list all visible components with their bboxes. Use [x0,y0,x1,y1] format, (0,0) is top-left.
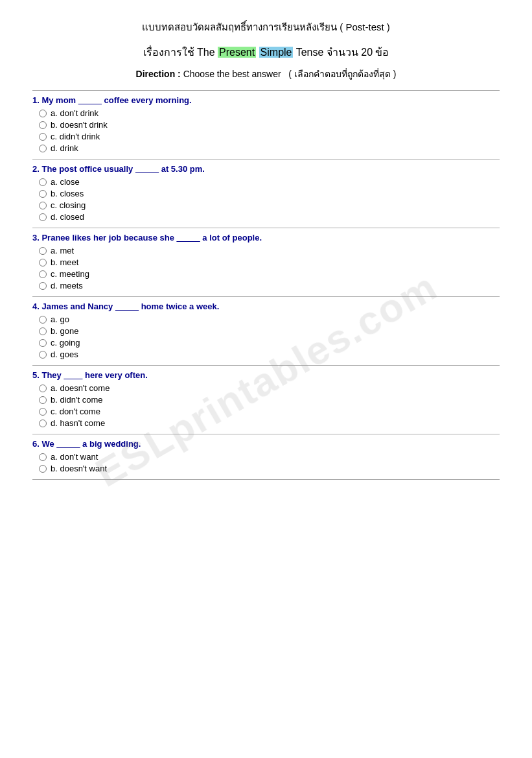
option-label-q3-b: b. meet [51,257,78,267]
list-item: d. hasn't come [39,418,500,428]
list-item: b. closes [39,189,500,198]
list-item: b. meet [39,257,500,267]
radio-q5-a[interactable] [39,385,47,392]
radio-q1-a[interactable] [39,110,47,117]
radio-q2-a[interactable] [39,178,47,186]
question-text-2: 2. The post office usually _____ at 5.30… [32,160,500,177]
list-item: a. don't drink [39,108,500,118]
list-item: d. meets [39,281,500,290]
radio-q4-b[interactable] [39,327,47,335]
list-item: b. didn't come [39,395,500,405]
radio-q3-d[interactable] [39,282,47,290]
list-item: a. doesn't come [39,383,500,393]
options-6: a. don't wantb. doesn't want [32,452,500,479]
option-label-q5-b: b. didn't come [51,395,103,405]
option-label-q5-a: a. doesn't come [51,383,110,393]
radio-q2-d[interactable] [39,213,47,221]
direction: Direction : Choose the best answer ( เลื… [32,67,500,81]
radio-q4-d[interactable] [39,351,47,359]
radio-q3-c[interactable] [39,270,47,278]
radio-q4-a[interactable] [39,316,47,324]
list-item: b. gone [39,326,500,336]
options-4: a. gob. gonec. goingd. goes [32,314,500,365]
list-item: a. go [39,314,500,324]
option-label-q3-a: a. met [51,246,74,255]
option-label-q2-b: b. closes [51,189,84,198]
option-label-q3-d: d. meets [51,281,83,290]
radio-q3-b[interactable] [39,259,47,266]
list-item: d. goes [39,349,500,359]
option-label-q4-d: d. goes [51,349,78,359]
options-5: a. doesn't comeb. didn't comec. don't co… [32,383,500,434]
direction-label: Direction : [136,69,181,79]
page-title: แบบทดสอบวัดผลสัมฤทธิ์ทางการเรียนหลังเรีย… [32,19,500,35]
list-item: c. closing [39,200,500,210]
question-5: 5. They ____ here very often.a. doesn't … [32,366,500,434]
option-label-q4-b: b. gone [51,326,78,336]
option-label-q2-c: c. closing [51,200,86,210]
radio-q5-d[interactable] [39,420,47,427]
option-label-q4-c: c. going [51,338,80,348]
question-text-3: 3. Pranee likes her job because she ____… [32,228,500,246]
list-item: d. closed [39,212,500,222]
list-item: a. don't want [39,452,500,462]
question-6: 6. We _____ a big wedding.a. don't wantb… [32,434,500,479]
question-2: 2. The post office usually _____ at 5.30… [32,160,500,228]
questions-container: 1. My mom _____ coffee every morning.a. … [32,90,500,480]
list-item: c. don't come [39,407,500,416]
list-item: d. drink [39,143,500,153]
list-item: a. met [39,246,500,255]
option-label-q2-a: a. close [51,177,80,187]
radio-q5-b[interactable] [39,396,47,404]
subtitle-before: เรื่องการใช้ The [143,47,218,58]
option-label-q6-b: b. doesn't want [51,464,107,473]
option-label-q5-c: c. don't come [51,407,100,416]
radio-q1-b[interactable] [39,121,47,129]
subtitle-after: Tense จำนวน 20 ข้อ [293,47,389,58]
highlight-simple: Simple [259,47,294,58]
options-3: a. metb. meetc. meetingd. meets [32,246,500,296]
list-item: c. meeting [39,269,500,279]
options-1: a. don't drinkb. doesn't drinkc. didn't … [32,108,500,159]
radio-q5-c[interactable] [39,408,47,416]
radio-q2-b[interactable] [39,190,47,198]
question-text-5: 5. They ____ here very often. [32,366,500,383]
option-label-q1-b: b. doesn't drink [51,120,108,130]
option-label-q2-d: d. closed [51,212,84,222]
list-item: a. close [39,177,500,187]
option-label-q3-c: c. meeting [51,269,89,279]
subtitle: เรื่องการใช้ The Present Simple Tense จำ… [32,44,500,60]
question-text-4: 4. James and Nancy _____ home twice a we… [32,297,500,314]
list-item: c. didn't drink [39,132,500,141]
question-3: 3. Pranee likes her job because she ____… [32,228,500,296]
option-label-q1-d: d. drink [51,143,78,153]
option-label-q5-d: d. hasn't come [51,418,105,428]
radio-q1-c[interactable] [39,133,47,141]
highlight-present: Present [218,47,256,58]
radio-q3-a[interactable] [39,247,47,255]
question-text-1: 1. My mom _____ coffee every morning. [32,91,500,108]
list-item: b. doesn't drink [39,120,500,130]
list-item: b. doesn't want [39,464,500,473]
options-2: a. closeb. closesc. closingd. closed [32,177,500,228]
question-4: 4. James and Nancy _____ home twice a we… [32,297,500,365]
option-label-q4-a: a. go [51,314,69,324]
question-1: 1. My mom _____ coffee every morning.a. … [32,91,500,159]
radio-q6-b[interactable] [39,465,47,473]
option-label-q1-a: a. don't drink [51,108,98,118]
option-label-q1-c: c. didn't drink [51,132,100,141]
radio-q4-c[interactable] [39,339,47,347]
direction-thai: ( เลือกคำตอบที่ถูกต้องที่สุด ) [288,69,396,79]
radio-q1-d[interactable] [39,145,47,152]
option-label-q6-a: a. don't want [51,452,98,462]
radio-q2-c[interactable] [39,202,47,209]
list-item: c. going [39,338,500,348]
radio-q6-a[interactable] [39,453,47,461]
question-text-6: 6. We _____ a big wedding. [32,434,500,452]
